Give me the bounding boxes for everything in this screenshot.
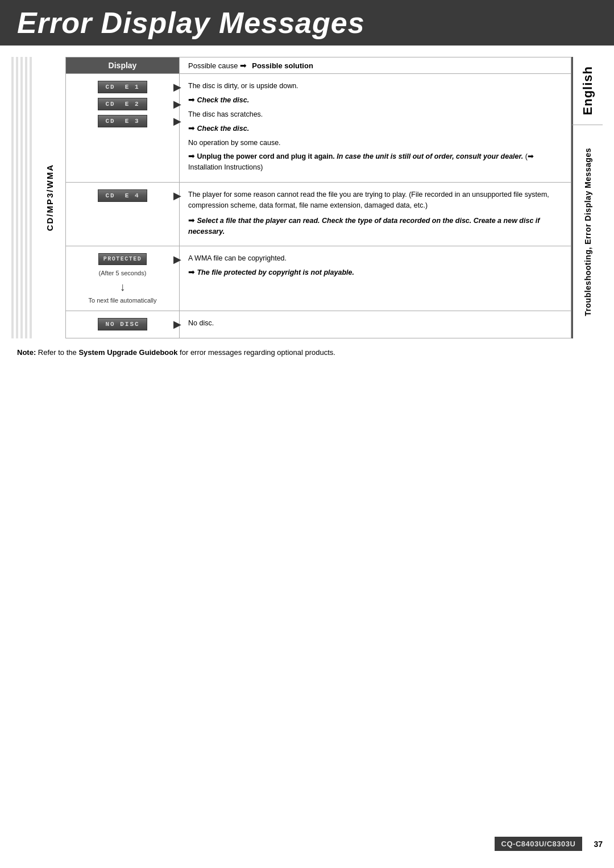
error-table: Display Possible cause ➡ Possible soluti… [65, 57, 571, 338]
solution-text-nodisc: No disc. [188, 318, 562, 329]
row-arrow-1: ▶ [173, 81, 181, 93]
page-footer: CQ-C8403U/C8303U 37 [495, 837, 603, 851]
badge-wrapper-2: CD E 2 ▶ [72, 98, 173, 110]
english-label: English [580, 66, 595, 115]
display-cell-nodisc: NO DISC ▶ [66, 311, 180, 338]
display-column-header: Display [66, 57, 180, 73]
error-code-badge-cde2: CD E 2 [98, 98, 147, 110]
left-label-container: CD/MP3/WMA [37, 57, 63, 338]
solution-text-6: ➡ Unplug the power cord and plug it agai… [188, 150, 562, 173]
error-code-badge-cde1: CD E 1 [98, 81, 147, 93]
right-label-english: English [571, 57, 603, 125]
row-arrow-3: ▶ [173, 115, 181, 127]
note-bold-text: System Upgrade Guidebook [78, 348, 177, 357]
solution-text-cde4-1: The player for some reason cannot read t… [188, 189, 562, 211]
troubleshooting-label: Troubleshooting, Error Display Messages [583, 148, 592, 316]
after-seconds-label: (After 5 seconds) [99, 270, 147, 276]
solution-text-1: The disc is dirty, or is upside down. [188, 81, 562, 92]
badge-wrapper-1: CD E 1 ▶ [72, 81, 173, 93]
solution-text-4: ➡ Check the disc. [188, 122, 562, 134]
solution-cell-nodisc: No disc. [180, 311, 571, 338]
badge-group: CD E 1 ▶ CD E 2 ▶ CD E 3 ▶ [72, 81, 173, 127]
left-label: CD/MP3/WMA [45, 164, 55, 231]
solution-text-2: ➡ Check the disc. [188, 94, 562, 106]
right-label-troubleshooting: Troubleshooting, Error Display Messages [571, 125, 603, 338]
table-row: CD E 1 ▶ CD E 2 ▶ CD E 3 ▶ The disc is d… [66, 74, 571, 183]
down-arrow-icon: ↓ [120, 281, 126, 292]
possible-cause-label: Possible cause [188, 61, 238, 70]
badge-wrapper-protected: PROTECTED ▶ [72, 253, 173, 265]
solution-cell-protected: A WMA file can be copyrighted. ➡ The fil… [180, 246, 571, 311]
main-content: CD/MP3/WMA Display Possible cause ➡ Poss… [0, 57, 614, 338]
error-code-badge-nodisc: NO DISC [98, 318, 147, 330]
row-arrow-2: ▶ [173, 98, 181, 110]
display-cell-protected: PROTECTED ▶ (After 5 seconds) ↓ To next … [66, 246, 180, 311]
page-title: Error Display Messages [17, 6, 597, 40]
solution-text-protected-1: A WMA file can be copyrighted. [188, 253, 562, 264]
arrow-icon: ➡ [238, 61, 249, 70]
page-number: 37 [594, 840, 603, 849]
solution-text-protected-2: ➡ The file protected by copyright is not… [188, 266, 562, 278]
solution-text-3: The disc has scratches. [188, 109, 562, 120]
solution-cell-cde4: The player for some reason cannot read t… [180, 183, 571, 246]
error-code-badge-cde3: CD E 3 [98, 115, 147, 127]
page-header: Error Display Messages [0, 0, 614, 46]
row-arrow-nodisc: ▶ [173, 318, 181, 330]
table-row: CD E 4 ▶ The player for some reason cann… [66, 183, 571, 246]
display-cell-cde1-3: CD E 1 ▶ CD E 2 ▶ CD E 3 ▶ [66, 74, 180, 182]
right-labels: English Troubleshooting, Error Display M… [571, 57, 603, 338]
table-row: PROTECTED ▶ (After 5 seconds) ↓ To next … [66, 246, 571, 311]
badge-wrapper-4: CD E 4 ▶ [72, 189, 173, 202]
model-number: CQ-C8403U/C8303U [495, 837, 583, 851]
row-arrow-4: ▶ [173, 189, 181, 202]
note-middle: Refer to the [38, 348, 79, 357]
solution-text-5: No operation by some cause. [188, 138, 562, 148]
solution-text-cde4-2: ➡ Select a file that the player can read… [188, 214, 562, 237]
badge-wrapper-3: CD E 3 ▶ [72, 115, 173, 127]
note-suffix: for error messages regarding optional pr… [180, 348, 335, 357]
table-header-row: Display Possible cause ➡ Possible soluti… [66, 57, 571, 74]
badge-wrapper-nodisc: NO DISC ▶ [72, 318, 173, 330]
striped-background [11, 57, 34, 338]
note-label: Note: [17, 348, 36, 357]
solution-column-header: Possible cause ➡ Possible solution [180, 57, 571, 73]
error-code-badge-protected: PROTECTED [98, 253, 147, 265]
table-row: NO DISC ▶ No disc. [66, 311, 571, 338]
next-file-label: To next file automatically [89, 297, 157, 304]
possible-solution-label: Possible solution [252, 61, 313, 70]
display-cell-cde4: CD E 4 ▶ [66, 183, 180, 246]
note-section: Note: Refer to the System Upgrade Guideb… [0, 338, 614, 367]
row-arrow-protected: ▶ [173, 253, 181, 266]
error-code-badge-cde4: CD E 4 [98, 189, 147, 202]
solution-cell-cde1-3: The disc is dirty, or is upside down. ➡ … [180, 74, 571, 182]
